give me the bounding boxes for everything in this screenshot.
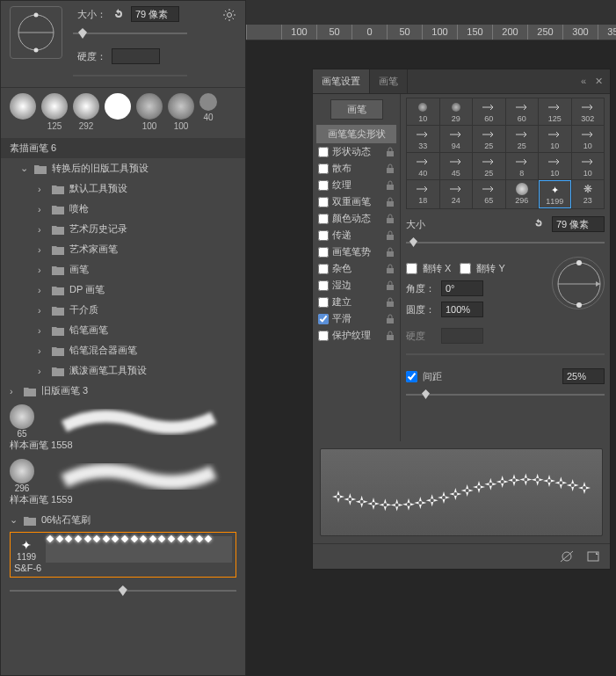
brush-tip-cell[interactable]: 10 (572, 126, 605, 152)
brush-option[interactable]: 建立 (316, 294, 396, 310)
toggle-preview-icon[interactable] (559, 549, 575, 563)
spacing-slider[interactable] (406, 389, 605, 400)
tab-brushes[interactable]: 画笔 (370, 69, 408, 93)
angle-input[interactable] (441, 280, 483, 296)
brush-option[interactable]: 形状动态 (316, 143, 396, 160)
lock-icon[interactable] (386, 147, 395, 157)
zoom-slider[interactable] (1, 581, 245, 600)
lock-icon[interactable] (386, 331, 395, 341)
lock-icon[interactable] (386, 180, 395, 191)
close-icon[interactable]: ✕ (595, 76, 603, 87)
spacing-checkbox[interactable] (406, 371, 417, 382)
brush-tip-cell[interactable]: 45 (440, 153, 473, 179)
swatch[interactable]: 292 (73, 93, 99, 131)
brush-button[interactable]: 画笔 (330, 99, 383, 120)
size-slider-r[interactable] (406, 237, 605, 248)
swatch[interactable] (105, 93, 131, 131)
swatch[interactable]: 40 (199, 93, 217, 131)
brush-tip-cell[interactable]: 10 (407, 98, 439, 125)
swatch[interactable] (10, 93, 36, 131)
roundness-input[interactable] (441, 302, 483, 317)
lock-icon[interactable] (386, 264, 395, 274)
swatch[interactable]: 100 (168, 93, 194, 131)
option-checkbox[interactable] (318, 147, 329, 157)
brush-option[interactable]: 画笔笔势 (316, 244, 396, 260)
lock-icon[interactable] (386, 280, 395, 291)
brush-tip-cell[interactable]: 125 (539, 98, 571, 125)
brush-tip-cell[interactable]: 25 (473, 153, 505, 179)
brush-tip-cell[interactable]: 302 (572, 98, 605, 125)
brush-tip-cell[interactable]: 25 (473, 126, 505, 152)
folder-item[interactable]: ›溅泼画笔工具预设 (1, 360, 245, 381)
new-preset-icon[interactable] (585, 549, 601, 563)
brush-sample-2[interactable]: 296 样本画笔 1559 (1, 455, 245, 510)
folder-item[interactable]: ›铅笔混合器画笔 (1, 340, 245, 360)
option-checkbox[interactable] (318, 280, 329, 291)
option-checkbox[interactable] (318, 214, 329, 224)
brush-tip-cell[interactable]: 40 (407, 153, 439, 179)
lock-icon[interactable] (386, 197, 395, 207)
lock-icon[interactable] (386, 230, 395, 241)
folder-item[interactable]: ›干介质 (1, 300, 245, 320)
brush-tip-cell[interactable]: 8 (506, 153, 539, 179)
swatch[interactable]: 125 (41, 93, 68, 131)
brush-tip-cell[interactable]: 10 (572, 153, 605, 179)
lock-icon[interactable] (386, 214, 395, 224)
option-checkbox[interactable] (318, 230, 329, 241)
brush-option[interactable]: 双重画笔 (316, 193, 396, 210)
brush-option[interactable]: 保护纹理 (316, 327, 396, 344)
option-checkbox[interactable] (318, 247, 329, 258)
option-checkbox[interactable] (318, 331, 329, 341)
brush-tip-cell[interactable]: ✦1199 (539, 180, 571, 208)
size-input-r[interactable] (552, 216, 605, 232)
option-checkbox[interactable] (318, 297, 329, 308)
folder-legacy[interactable]: › 旧版画笔 3 (1, 381, 245, 401)
option-checkbox[interactable] (318, 314, 329, 324)
folder-item[interactable]: ›画笔 (1, 259, 245, 280)
lock-icon[interactable] (386, 247, 395, 258)
brush-option[interactable]: 纹理 (316, 177, 396, 193)
size-input[interactable] (131, 6, 179, 22)
brush-selected[interactable]: ✦1199 S&F-6 (10, 532, 236, 578)
brush-tip-cell[interactable]: 296 (506, 180, 539, 208)
folder-item[interactable]: ›艺术家画笔 (1, 239, 245, 259)
brush-option[interactable]: 散布 (316, 160, 396, 177)
tip-shape-row[interactable]: 画笔笔尖形状 (316, 125, 396, 143)
brush-tip-cell[interactable]: 60 (506, 98, 539, 125)
brush-tip-cell[interactable]: 60 (473, 98, 505, 125)
folder-diamond[interactable]: ⌄ 06钻石笔刷 (1, 510, 245, 530)
folder-item[interactable]: ›艺术历史记录 (1, 219, 245, 239)
lock-icon[interactable] (386, 297, 395, 308)
minimize-icon[interactable]: « (581, 76, 586, 87)
brush-sample-1[interactable]: 65 样本画笔 1558 (1, 401, 245, 455)
angle-widget[interactable] (552, 257, 605, 309)
spacing-input[interactable] (562, 368, 605, 384)
brush-tip-cell[interactable]: 10 (539, 153, 571, 179)
reset-icon[interactable] (533, 217, 547, 231)
folder-item[interactable]: ›默认工具预设 (1, 178, 245, 199)
group-sketch[interactable]: 素描画笔 6 (1, 138, 245, 158)
brush-tip-cell[interactable]: 65 (473, 180, 505, 208)
folder-root[interactable]: ⌄ 转换后的旧版工具预设 (1, 158, 245, 178)
brush-tip-cell[interactable]: 18 (407, 180, 439, 208)
brush-option[interactable]: 杂色 (316, 260, 396, 277)
brush-tip-cell[interactable]: 24 (440, 180, 473, 208)
brush-tip-cell[interactable]: 10 (539, 126, 571, 152)
option-checkbox[interactable] (318, 197, 329, 207)
brush-tip-cell[interactable]: 25 (506, 126, 539, 152)
option-checkbox[interactable] (318, 180, 329, 191)
folder-item[interactable]: ›DP 画笔 (1, 280, 245, 300)
brush-option[interactable]: 湿边 (316, 277, 396, 294)
lock-icon[interactable] (386, 314, 395, 324)
brush-option[interactable]: 颜色动态 (316, 210, 396, 227)
folder-item[interactable]: ›喷枪 (1, 199, 245, 219)
option-checkbox[interactable] (318, 264, 329, 274)
gear-icon[interactable] (222, 8, 236, 22)
brush-tip-cell[interactable]: ❋23 (572, 180, 605, 208)
hardness-input[interactable] (112, 48, 160, 64)
option-checkbox[interactable] (318, 164, 329, 174)
brush-option[interactable]: 平滑 (316, 310, 396, 327)
brush-tip-cell[interactable]: 29 (440, 98, 473, 125)
brush-tip-cell[interactable]: 94 (440, 126, 473, 152)
reset-icon[interactable] (112, 7, 126, 21)
